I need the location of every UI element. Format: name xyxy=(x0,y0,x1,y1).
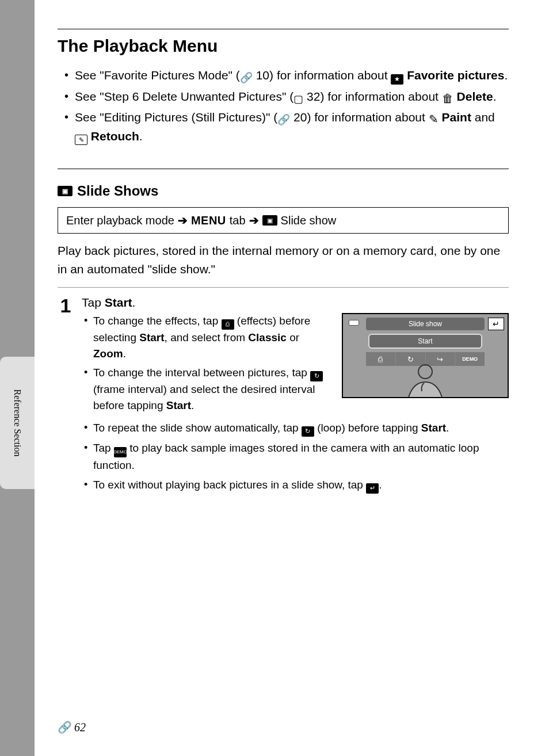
text: To exit without playing back pictures in… xyxy=(93,479,366,491)
text: Start xyxy=(166,399,191,411)
text: See "Favorite Pictures Mode" ( xyxy=(75,68,240,82)
ref-num: 32 xyxy=(303,90,320,103)
text: ) for information about xyxy=(307,110,428,124)
demo-icon: DEMO xyxy=(114,447,127,457)
text: Tap xyxy=(82,296,105,309)
nav-step: Enter playback mode xyxy=(66,214,174,227)
star-icon: ★ xyxy=(391,74,403,85)
text: . xyxy=(493,90,497,103)
nav-step: tab xyxy=(230,214,246,227)
slideshow-icon: ▣ xyxy=(58,186,73,196)
step-1: 1 Tap Start. To change the effects, tap … xyxy=(58,296,509,497)
thin-rule xyxy=(58,287,509,288)
sub-bullet: To repeat the slide show automatically, … xyxy=(93,420,509,437)
text: and xyxy=(471,110,495,124)
side-tab-label: Reference Section xyxy=(12,390,22,457)
manual-page: The Playback Menu See "Favorite Pictures… xyxy=(35,0,549,756)
step-title: Tap Start. xyxy=(82,296,509,310)
sub-bullet: To change the interval between pictures,… xyxy=(93,365,333,413)
feature-name: Paint xyxy=(442,110,471,124)
text: . xyxy=(379,479,382,491)
text: ) for information about xyxy=(269,68,391,82)
section-rule xyxy=(58,169,509,169)
text: . xyxy=(132,296,136,309)
text: See "Step 6 Delete Unwanted Pictures" ( xyxy=(75,90,293,103)
nav-path: Enter playback mode ➔ MENU tab ➔ ▣ Slide… xyxy=(58,207,509,234)
camera-indicator-icon xyxy=(349,320,359,326)
text: Zoom xyxy=(93,348,123,360)
top-rule xyxy=(58,29,509,29)
interval-icon: ↻ xyxy=(310,371,323,381)
text: Tap xyxy=(93,442,114,454)
subhead-text: Slide Shows xyxy=(77,183,158,199)
slideshow-icon: ▣ xyxy=(262,215,277,226)
text: , and select from xyxy=(165,331,249,343)
text: ) for information about xyxy=(320,90,441,103)
arrow-icon: ➔ xyxy=(249,213,259,227)
retouch-icon: ✎ xyxy=(75,135,87,145)
text: or xyxy=(287,331,299,343)
text: to play back sample images stored in the… xyxy=(93,442,479,471)
text: Start xyxy=(421,422,446,434)
sub-bullet: To change the effects, tap ⎙ (effects) b… xyxy=(93,313,333,361)
text: To change the interval between pictures,… xyxy=(93,366,310,379)
bullet-favorite: See "Favorite Pictures Mode" (🔗 10) for … xyxy=(75,66,509,85)
step-number: 1 xyxy=(58,296,74,315)
ref-icon: 🔗 xyxy=(58,720,72,734)
text: . xyxy=(191,399,194,411)
trash-icon: 🗑 xyxy=(442,93,453,104)
text: Start xyxy=(139,331,164,343)
nav-step: Slide show xyxy=(281,214,337,227)
back-icon: ↵ xyxy=(366,483,379,494)
back-icon: ↵ xyxy=(488,318,504,330)
top-bullet-list: See "Favorite Pictures Mode" (🔗 10) for … xyxy=(58,66,509,146)
text: . xyxy=(139,129,143,143)
feature-name: Favorite pictures xyxy=(407,68,504,82)
page-number: 🔗62 xyxy=(58,720,86,734)
feature-name: Delete xyxy=(457,90,493,103)
intro-text: Play back pictures, stored in the intern… xyxy=(58,242,509,278)
step-sub-bullets: To change the effects, tap ⎙ (effects) b… xyxy=(82,313,333,413)
feature-name: Retouch xyxy=(91,129,139,143)
text: To repeat the slide show automatically, … xyxy=(93,422,302,434)
text: . xyxy=(123,348,126,360)
sub-bullet: Tap DEMO to play back sample images stor… xyxy=(93,440,509,473)
slide-shows-heading: ▣ Slide Shows xyxy=(58,183,509,199)
text: Start xyxy=(105,296,132,309)
ref-icon: 🔗 xyxy=(240,70,253,81)
page-title: The Playback Menu xyxy=(58,36,509,56)
sub-bullet: To exit without playing back pictures in… xyxy=(93,477,509,494)
menu-label: MENU xyxy=(191,214,226,227)
text: . xyxy=(504,68,508,82)
camera-screen-illustration: Slide show ↵ Start ⎙ ↻ ↪ DEMO xyxy=(342,313,509,398)
bullet-paint-retouch: See "Editing Pictures (Still Pictures)" … xyxy=(75,108,509,146)
ref-num: 10 xyxy=(253,68,269,82)
text: (frame interval) and select the desired … xyxy=(93,383,315,411)
text: Classic xyxy=(248,331,287,343)
ref-num: 20 xyxy=(290,110,307,124)
step-body: Tap Start. To change the effects, tap ⎙ … xyxy=(82,296,509,497)
step-sub-bullets-full: To repeat the slide show automatically, … xyxy=(82,420,509,493)
page-number-value: 62 xyxy=(74,721,86,734)
screen-title: Slide show xyxy=(366,318,485,330)
side-tab: Reference Section xyxy=(0,357,35,489)
book-icon: ▢ xyxy=(293,94,303,104)
text: . xyxy=(446,422,449,434)
text: See "Editing Pictures (Still Pictures)" … xyxy=(75,110,277,124)
arrow-icon: ➔ xyxy=(178,213,188,227)
pencil-icon: ✎ xyxy=(429,114,439,125)
bullet-delete: See "Step 6 Delete Unwanted Pictures" (▢… xyxy=(75,87,509,106)
effects-icon: ⎙ xyxy=(222,319,234,330)
text: (loop) before tapping xyxy=(314,422,421,434)
text: To change the effects, tap xyxy=(93,315,222,327)
loop-icon: ↻ xyxy=(302,426,314,437)
screen-start-button: Start xyxy=(368,334,482,349)
person-illustration xyxy=(391,360,460,398)
ref-icon: 🔗 xyxy=(277,112,290,123)
